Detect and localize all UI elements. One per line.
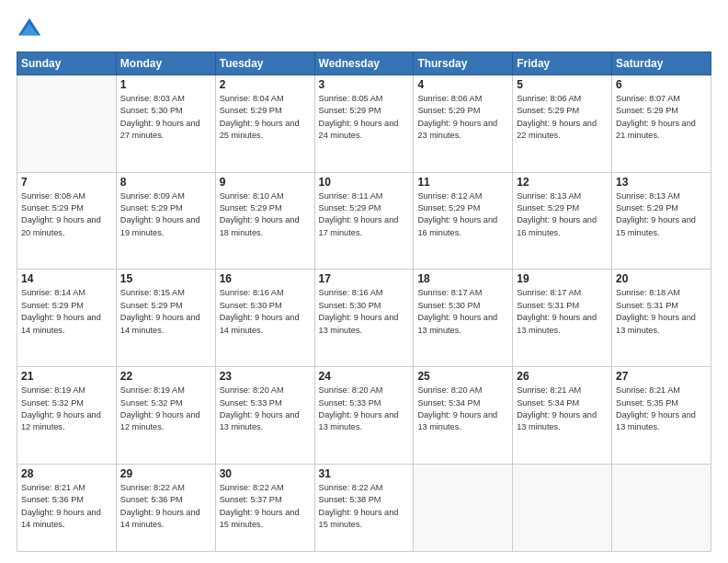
calendar-day: 5Sunrise: 8:06 AMSunset: 5:29 PMDaylight… bbox=[513, 75, 612, 173]
calendar-day: 22Sunrise: 8:19 AMSunset: 5:32 PMDayligh… bbox=[116, 367, 215, 465]
day-number: 2 bbox=[220, 78, 311, 91]
calendar-header-saturday: Saturday bbox=[612, 52, 711, 75]
page: SundayMondayTuesdayWednesdayThursdayFrid… bbox=[0, 0, 728, 563]
calendar-day: 7Sunrise: 8:08 AMSunset: 5:29 PMDaylight… bbox=[17, 172, 117, 270]
calendar-week-2: 7Sunrise: 8:08 AMSunset: 5:29 PMDaylight… bbox=[17, 172, 711, 270]
calendar-day: 12Sunrise: 8:13 AMSunset: 5:29 PMDayligh… bbox=[513, 172, 612, 270]
calendar-day: 14Sunrise: 8:14 AMSunset: 5:29 PMDayligh… bbox=[17, 270, 117, 367]
calendar-header-friday: Friday bbox=[513, 52, 612, 75]
calendar-day: 19Sunrise: 8:17 AMSunset: 5:31 PMDayligh… bbox=[513, 270, 612, 367]
day-number: 20 bbox=[616, 272, 707, 285]
day-number: 30 bbox=[220, 467, 311, 480]
calendar-day: 26Sunrise: 8:21 AMSunset: 5:34 PMDayligh… bbox=[513, 367, 612, 465]
calendar-week-5: 28Sunrise: 8:21 AMSunset: 5:36 PMDayligh… bbox=[17, 464, 711, 551]
day-info: Sunrise: 8:14 AMSunset: 5:29 PMDaylight:… bbox=[21, 287, 112, 336]
calendar-day bbox=[612, 464, 711, 551]
day-info: Sunrise: 8:17 AMSunset: 5:30 PMDaylight:… bbox=[417, 287, 508, 336]
day-info: Sunrise: 8:19 AMSunset: 5:32 PMDaylight:… bbox=[21, 385, 112, 433]
calendar-day: 2Sunrise: 8:04 AMSunset: 5:29 PMDaylight… bbox=[215, 75, 314, 173]
day-number: 28 bbox=[21, 467, 112, 480]
day-info: Sunrise: 8:22 AMSunset: 5:37 PMDaylight:… bbox=[220, 482, 311, 531]
header bbox=[17, 17, 711, 42]
day-info: Sunrise: 8:16 AMSunset: 5:30 PMDaylight:… bbox=[220, 287, 311, 336]
calendar-day: 1Sunrise: 8:03 AMSunset: 5:30 PMDaylight… bbox=[116, 75, 215, 173]
calendar-day: 25Sunrise: 8:20 AMSunset: 5:34 PMDayligh… bbox=[414, 367, 513, 465]
day-number: 24 bbox=[319, 370, 410, 383]
day-info: Sunrise: 8:20 AMSunset: 5:33 PMDaylight:… bbox=[319, 385, 410, 433]
day-info: Sunrise: 8:18 AMSunset: 5:31 PMDaylight:… bbox=[616, 287, 707, 336]
calendar-day: 23Sunrise: 8:20 AMSunset: 5:33 PMDayligh… bbox=[215, 367, 314, 465]
day-info: Sunrise: 8:05 AMSunset: 5:29 PMDaylight:… bbox=[319, 93, 410, 142]
day-number: 31 bbox=[319, 467, 410, 480]
calendar-day: 20Sunrise: 8:18 AMSunset: 5:31 PMDayligh… bbox=[612, 270, 711, 367]
calendar-day: 18Sunrise: 8:17 AMSunset: 5:30 PMDayligh… bbox=[414, 270, 513, 367]
day-info: Sunrise: 8:21 AMSunset: 5:36 PMDaylight:… bbox=[21, 482, 112, 531]
day-number: 17 bbox=[319, 272, 410, 285]
day-info: Sunrise: 8:22 AMSunset: 5:36 PMDaylight:… bbox=[120, 482, 211, 531]
calendar-day: 11Sunrise: 8:12 AMSunset: 5:29 PMDayligh… bbox=[414, 172, 513, 270]
day-info: Sunrise: 8:20 AMSunset: 5:33 PMDaylight:… bbox=[220, 385, 311, 433]
calendar-day: 27Sunrise: 8:21 AMSunset: 5:35 PMDayligh… bbox=[612, 367, 711, 465]
calendar-table: SundayMondayTuesdayWednesdayThursdayFrid… bbox=[17, 52, 711, 552]
day-info: Sunrise: 8:21 AMSunset: 5:35 PMDaylight:… bbox=[616, 385, 707, 433]
day-info: Sunrise: 8:06 AMSunset: 5:29 PMDaylight:… bbox=[517, 93, 608, 142]
calendar-header-thursday: Thursday bbox=[414, 52, 513, 75]
calendar-day: 6Sunrise: 8:07 AMSunset: 5:29 PMDaylight… bbox=[612, 75, 711, 173]
day-number: 1 bbox=[120, 78, 211, 91]
day-info: Sunrise: 8:16 AMSunset: 5:30 PMDaylight:… bbox=[319, 287, 410, 336]
calendar-header-tuesday: Tuesday bbox=[215, 52, 314, 75]
day-info: Sunrise: 8:19 AMSunset: 5:32 PMDaylight:… bbox=[120, 385, 211, 433]
calendar-day: 24Sunrise: 8:20 AMSunset: 5:33 PMDayligh… bbox=[314, 367, 414, 465]
day-number: 9 bbox=[220, 176, 311, 189]
day-number: 6 bbox=[616, 78, 707, 91]
day-info: Sunrise: 8:08 AMSunset: 5:29 PMDaylight:… bbox=[21, 190, 112, 239]
calendar-header-wednesday: Wednesday bbox=[314, 52, 414, 75]
calendar-header-sunday: Sunday bbox=[17, 52, 117, 75]
logo-icon bbox=[17, 17, 42, 42]
day-number: 22 bbox=[120, 370, 211, 383]
day-number: 13 bbox=[616, 176, 707, 189]
day-number: 21 bbox=[21, 370, 112, 383]
day-number: 10 bbox=[319, 176, 410, 189]
day-number: 26 bbox=[517, 370, 608, 383]
day-number: 19 bbox=[517, 272, 608, 285]
calendar-day: 29Sunrise: 8:22 AMSunset: 5:36 PMDayligh… bbox=[116, 464, 215, 551]
calendar-week-1: 1Sunrise: 8:03 AMSunset: 5:30 PMDaylight… bbox=[17, 75, 711, 173]
calendar-day: 13Sunrise: 8:13 AMSunset: 5:29 PMDayligh… bbox=[612, 172, 711, 270]
day-number: 3 bbox=[319, 78, 410, 91]
calendar-week-4: 21Sunrise: 8:19 AMSunset: 5:32 PMDayligh… bbox=[17, 367, 711, 465]
day-number: 18 bbox=[417, 272, 508, 285]
day-info: Sunrise: 8:13 AMSunset: 5:29 PMDaylight:… bbox=[517, 190, 608, 239]
day-info: Sunrise: 8:04 AMSunset: 5:29 PMDaylight:… bbox=[220, 93, 311, 142]
day-number: 29 bbox=[120, 467, 211, 480]
calendar-day bbox=[17, 75, 117, 173]
calendar-day: 30Sunrise: 8:22 AMSunset: 5:37 PMDayligh… bbox=[215, 464, 314, 551]
calendar-day: 3Sunrise: 8:05 AMSunset: 5:29 PMDaylight… bbox=[314, 75, 414, 173]
calendar-day: 9Sunrise: 8:10 AMSunset: 5:29 PMDaylight… bbox=[215, 172, 314, 270]
day-info: Sunrise: 8:20 AMSunset: 5:34 PMDaylight:… bbox=[417, 385, 508, 433]
day-number: 7 bbox=[21, 176, 112, 189]
calendar-header-row: SundayMondayTuesdayWednesdayThursdayFrid… bbox=[17, 52, 711, 75]
day-info: Sunrise: 8:17 AMSunset: 5:31 PMDaylight:… bbox=[517, 287, 608, 336]
day-info: Sunrise: 8:06 AMSunset: 5:29 PMDaylight:… bbox=[417, 93, 508, 142]
day-number: 16 bbox=[220, 272, 311, 285]
calendar-header-monday: Monday bbox=[116, 52, 215, 75]
calendar-day: 10Sunrise: 8:11 AMSunset: 5:29 PMDayligh… bbox=[314, 172, 414, 270]
calendar-day: 4Sunrise: 8:06 AMSunset: 5:29 PMDaylight… bbox=[414, 75, 513, 173]
day-number: 25 bbox=[417, 370, 508, 383]
day-info: Sunrise: 8:12 AMSunset: 5:29 PMDaylight:… bbox=[417, 190, 508, 239]
calendar-day: 8Sunrise: 8:09 AMSunset: 5:29 PMDaylight… bbox=[116, 172, 215, 270]
day-info: Sunrise: 8:13 AMSunset: 5:29 PMDaylight:… bbox=[616, 190, 707, 239]
calendar-day: 21Sunrise: 8:19 AMSunset: 5:32 PMDayligh… bbox=[17, 367, 117, 465]
day-info: Sunrise: 8:21 AMSunset: 5:34 PMDaylight:… bbox=[517, 385, 608, 433]
day-number: 4 bbox=[417, 78, 508, 91]
day-info: Sunrise: 8:10 AMSunset: 5:29 PMDaylight:… bbox=[220, 190, 311, 239]
calendar-day: 15Sunrise: 8:15 AMSunset: 5:29 PMDayligh… bbox=[116, 270, 215, 367]
calendar-day: 17Sunrise: 8:16 AMSunset: 5:30 PMDayligh… bbox=[314, 270, 414, 367]
day-number: 15 bbox=[120, 272, 211, 285]
day-number: 8 bbox=[120, 176, 211, 189]
calendar-week-3: 14Sunrise: 8:14 AMSunset: 5:29 PMDayligh… bbox=[17, 270, 711, 367]
day-number: 23 bbox=[220, 370, 311, 383]
day-number: 27 bbox=[616, 370, 707, 383]
day-info: Sunrise: 8:03 AMSunset: 5:30 PMDaylight:… bbox=[120, 93, 211, 142]
